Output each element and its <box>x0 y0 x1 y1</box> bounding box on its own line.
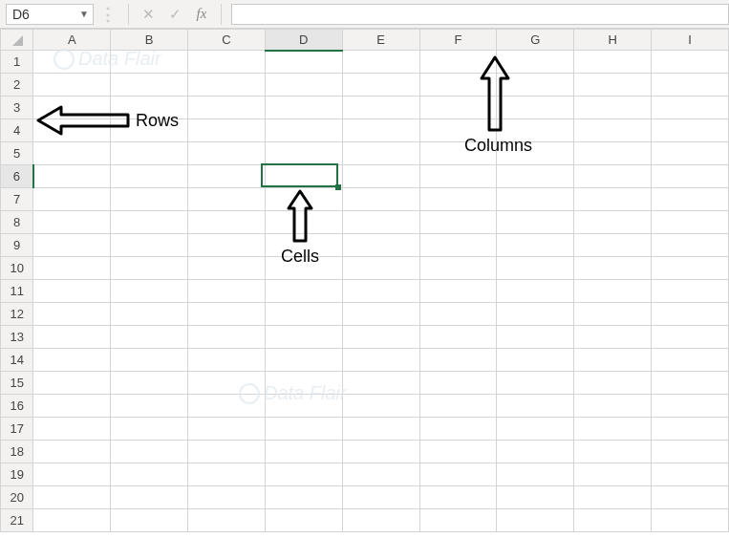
cell[interactable] <box>574 142 652 165</box>
cell[interactable] <box>419 51 497 74</box>
cell[interactable] <box>342 280 419 303</box>
cell[interactable] <box>111 165 188 188</box>
row-header[interactable]: 5 <box>1 142 33 165</box>
cell[interactable] <box>419 303 497 326</box>
cell[interactable] <box>342 257 419 280</box>
cell[interactable] <box>652 395 729 418</box>
row-header[interactable]: 16 <box>1 395 33 418</box>
cell[interactable] <box>265 395 342 418</box>
cell[interactable] <box>33 257 111 280</box>
cell[interactable] <box>33 395 111 418</box>
cell[interactable] <box>342 51 419 74</box>
column-header[interactable]: E <box>342 30 419 51</box>
cell[interactable] <box>265 463 342 486</box>
cell[interactable] <box>652 257 729 280</box>
cell[interactable] <box>188 51 266 74</box>
insert-function-button[interactable]: fx <box>188 4 215 25</box>
cell[interactable] <box>188 188 266 211</box>
cell[interactable] <box>574 372 652 395</box>
cell[interactable] <box>265 486 342 509</box>
cell[interactable] <box>111 211 188 234</box>
cell[interactable] <box>497 188 574 211</box>
cell[interactable] <box>652 51 729 74</box>
cell[interactable] <box>574 326 652 349</box>
cell[interactable] <box>265 74 342 97</box>
cell[interactable] <box>33 441 111 463</box>
cell[interactable] <box>652 372 729 395</box>
row-header[interactable]: 15 <box>1 372 33 395</box>
cell[interactable] <box>574 303 652 326</box>
cell[interactable] <box>342 349 419 372</box>
cell[interactable] <box>497 509 574 532</box>
cell[interactable] <box>574 418 652 441</box>
cell[interactable] <box>497 486 574 509</box>
cell[interactable] <box>111 188 188 211</box>
cell[interactable] <box>33 509 111 532</box>
cell[interactable] <box>33 234 111 257</box>
cell[interactable] <box>265 165 342 188</box>
cell[interactable] <box>652 303 729 326</box>
cell[interactable] <box>574 165 652 188</box>
cell[interactable] <box>111 303 188 326</box>
cell[interactable] <box>342 372 419 395</box>
row-header[interactable]: 11 <box>1 280 33 303</box>
row-header[interactable]: 14 <box>1 349 33 372</box>
cell[interactable] <box>111 418 188 441</box>
cell[interactable] <box>342 234 419 257</box>
cell[interactable] <box>419 418 497 441</box>
cell[interactable] <box>111 280 188 303</box>
cell[interactable] <box>188 119 266 142</box>
cell[interactable] <box>342 74 419 97</box>
cell[interactable] <box>265 211 342 234</box>
cell[interactable] <box>111 234 188 257</box>
cell[interactable] <box>265 119 342 142</box>
row-header[interactable]: 9 <box>1 234 33 257</box>
cell[interactable] <box>574 441 652 463</box>
cell[interactable] <box>652 486 729 509</box>
cell[interactable] <box>33 418 111 441</box>
cell[interactable] <box>265 349 342 372</box>
column-header[interactable]: H <box>574 30 652 51</box>
column-header[interactable]: G <box>497 30 574 51</box>
cell[interactable] <box>111 74 188 97</box>
cell[interactable] <box>419 326 497 349</box>
cell[interactable] <box>497 463 574 486</box>
cell[interactable] <box>497 97 574 119</box>
cell[interactable] <box>33 280 111 303</box>
cell[interactable] <box>342 211 419 234</box>
cell[interactable] <box>111 509 188 532</box>
cell[interactable] <box>188 234 266 257</box>
enter-button[interactable]: ✓ <box>161 4 188 25</box>
cell[interactable] <box>419 463 497 486</box>
cell[interactable] <box>342 418 419 441</box>
cell[interactable] <box>652 441 729 463</box>
cell[interactable] <box>188 74 266 97</box>
cell[interactable] <box>33 165 111 188</box>
cell[interactable] <box>497 395 574 418</box>
row-header[interactable]: 10 <box>1 257 33 280</box>
cell[interactable] <box>419 257 497 280</box>
row-header[interactable]: 19 <box>1 463 33 486</box>
cell[interactable] <box>652 165 729 188</box>
cell[interactable] <box>265 280 342 303</box>
cell[interactable] <box>111 395 188 418</box>
cell[interactable] <box>497 211 574 234</box>
column-header[interactable]: I <box>652 30 729 51</box>
cell[interactable] <box>342 509 419 532</box>
row-header[interactable]: 1 <box>1 51 33 74</box>
cell[interactable] <box>574 463 652 486</box>
cell[interactable] <box>652 509 729 532</box>
column-header[interactable]: C <box>188 30 266 51</box>
cell[interactable] <box>265 372 342 395</box>
cell[interactable] <box>497 165 574 188</box>
cell[interactable] <box>33 486 111 509</box>
column-header[interactable]: B <box>111 30 188 51</box>
cell[interactable] <box>265 142 342 165</box>
cell[interactable] <box>265 51 342 74</box>
cell[interactable] <box>342 395 419 418</box>
cell[interactable] <box>574 509 652 532</box>
cell[interactable] <box>574 234 652 257</box>
column-header[interactable]: D <box>265 30 342 51</box>
row-header[interactable]: 20 <box>1 486 33 509</box>
cell[interactable] <box>111 441 188 463</box>
